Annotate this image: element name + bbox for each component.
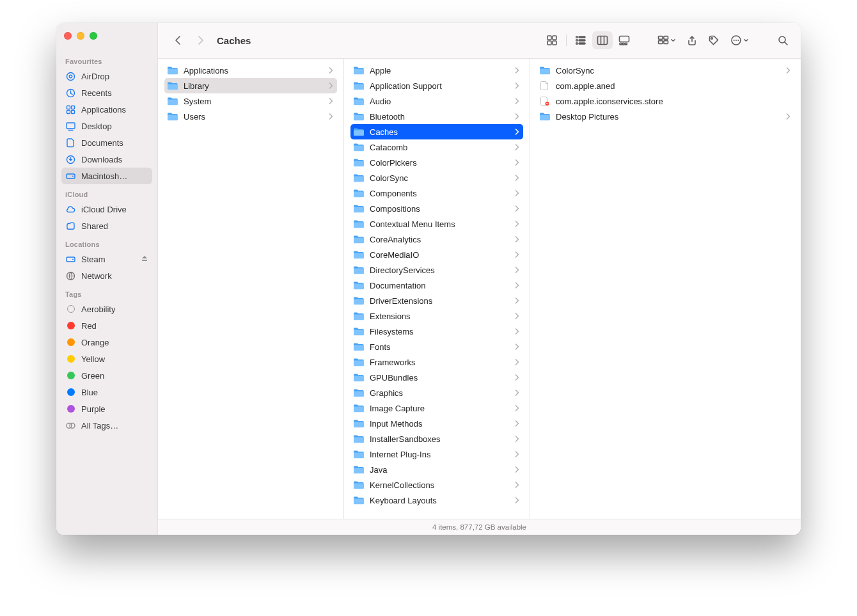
file-row[interactable]: Applications: [164, 63, 337, 78]
sidebar-item-label: Desktop: [81, 122, 112, 131]
sidebar-item-blue[interactable]: Blue: [61, 384, 152, 400]
file-row[interactable]: Application Support: [350, 78, 523, 93]
file-row[interactable]: Components: [350, 186, 523, 201]
file-row[interactable]: Bluetooth: [350, 109, 523, 124]
minimize-button[interactable]: [77, 32, 84, 40]
file-row[interactable]: System: [164, 93, 337, 109]
folder-icon: [167, 111, 178, 122]
tags-button[interactable]: [704, 31, 724, 49]
folder-icon: [539, 65, 551, 75]
file-label: Filesystems: [370, 327, 510, 336]
sidebar-header: iCloud: [61, 184, 152, 201]
file-row[interactable]: Audio: [350, 93, 523, 109]
doc-icon: [65, 138, 76, 148]
sidebar-item-orange[interactable]: Orange: [61, 334, 152, 351]
file-label: Image Capture: [370, 404, 510, 413]
sidebar-item-label: Applications: [81, 105, 126, 115]
file-row[interactable]: Contextual Menu Items: [350, 216, 523, 232]
file-row[interactable]: Compositions: [350, 201, 523, 216]
disk-icon: [65, 254, 76, 265]
sidebar-item-macintosh-[interactable]: Macintosh…: [61, 168, 152, 184]
file-label: Internet Plug-Ins: [370, 450, 510, 459]
file-row[interactable]: Java: [350, 462, 523, 477]
file-row[interactable]: ColorPickers: [350, 155, 523, 170]
forward-button[interactable]: [190, 31, 210, 49]
sidebar-item-green[interactable]: Green: [61, 367, 152, 384]
search-button[interactable]: [773, 31, 793, 49]
folder-icon: [167, 65, 178, 75]
close-button[interactable]: [64, 32, 72, 40]
file-row[interactable]: Image Capture: [350, 400, 523, 416]
fullscreen-button[interactable]: [90, 32, 97, 40]
folder-icon: [353, 480, 365, 490]
file-row[interactable]: com.apple.iconservices.store: [537, 93, 794, 109]
file-row[interactable]: Catacomb: [350, 139, 523, 155]
sidebar-item-steam[interactable]: Steam: [61, 251, 152, 267]
chevron-right-icon: [515, 404, 519, 413]
file-row[interactable]: Extensions: [350, 308, 523, 324]
file-row[interactable]: ColorSync: [537, 63, 794, 78]
file-row[interactable]: DriverExtensions: [350, 293, 523, 308]
file-row[interactable]: Apple: [350, 63, 523, 78]
file-row[interactable]: InstallerSandboxes: [350, 431, 523, 446]
sidebar-item-red[interactable]: Red: [61, 317, 152, 334]
file-row[interactable]: Filesystems: [350, 324, 523, 339]
airdrop-icon: [65, 71, 76, 82]
file-label: Contextual Menu Items: [370, 219, 510, 229]
share-button[interactable]: [682, 31, 702, 49]
folder-icon: [167, 96, 178, 106]
chevron-right-icon: [515, 173, 519, 183]
sidebar-item-applications[interactable]: Applications: [61, 101, 152, 118]
sidebar-item-label: Blue: [81, 388, 98, 397]
group-button[interactable]: [652, 31, 680, 49]
file-row[interactable]: Documentation: [350, 278, 523, 293]
view-icons-button[interactable]: [542, 31, 562, 49]
more-button[interactable]: [725, 31, 753, 49]
chevron-right-icon: [515, 496, 519, 505]
file-row[interactable]: Library: [164, 78, 337, 93]
sidebar-item-all-tags-[interactable]: All Tags…: [61, 417, 152, 434]
file-row[interactable]: GPUBundles: [350, 370, 523, 385]
sidebar-item-documents[interactable]: Documents: [61, 134, 152, 151]
view-columns-button[interactable]: [592, 31, 613, 49]
sidebar-item-purple[interactable]: Purple: [61, 400, 152, 417]
sidebar-item-desktop[interactable]: Desktop: [61, 118, 152, 134]
sidebar-item-downloads[interactable]: Downloads: [61, 151, 152, 168]
file-row[interactable]: KernelCollections: [350, 477, 523, 493]
folder-icon: [353, 111, 365, 122]
file-label: Compositions: [370, 204, 510, 214]
file-row[interactable]: Frameworks: [350, 354, 523, 370]
file-label: DriverExtensions: [370, 296, 510, 306]
folder-icon: [353, 249, 365, 260]
sidebar-item-yellow[interactable]: Yellow: [61, 351, 152, 367]
eject-icon[interactable]: [141, 255, 148, 264]
sidebar-item-aerobility[interactable]: Aerobility: [61, 301, 152, 317]
sidebar-item-shared[interactable]: Shared: [61, 217, 152, 234]
file-row[interactable]: Users: [164, 109, 337, 124]
back-button[interactable]: [168, 31, 189, 49]
window-controls: [64, 32, 152, 40]
file-label: Fonts: [370, 342, 510, 352]
folder-icon: [353, 434, 365, 444]
sidebar-item-recents[interactable]: Recents: [61, 84, 152, 101]
sidebar-item-airdrop[interactable]: AirDrop: [61, 68, 152, 84]
file-row[interactable]: Caches: [350, 124, 523, 139]
sidebar-item-icloud-drive[interactable]: iCloud Drive: [61, 201, 152, 217]
file-row[interactable]: Graphics: [350, 385, 523, 400]
file-row[interactable]: CoreAnalytics: [350, 232, 523, 247]
folder-icon: [353, 157, 365, 168]
file-row[interactable]: DirectoryServices: [350, 262, 523, 278]
view-gallery-button[interactable]: [614, 31, 634, 49]
file-row[interactable]: com.apple.aned: [537, 78, 794, 93]
file-row[interactable]: ColorSync: [350, 170, 523, 186]
file-row[interactable]: Input Methods: [350, 416, 523, 431]
file-row[interactable]: Desktop Pictures: [537, 109, 794, 124]
sidebar-item-network[interactable]: Network: [61, 267, 152, 284]
file-row[interactable]: CoreMediaIO: [350, 247, 523, 262]
tag-icon: [65, 387, 76, 398]
file-row[interactable]: Fonts: [350, 339, 523, 354]
file-label: Desktop Pictures: [556, 112, 781, 122]
file-row[interactable]: Keyboard Layouts: [350, 493, 523, 508]
view-list-button[interactable]: [570, 31, 591, 49]
file-row[interactable]: Internet Plug-Ins: [350, 446, 523, 462]
